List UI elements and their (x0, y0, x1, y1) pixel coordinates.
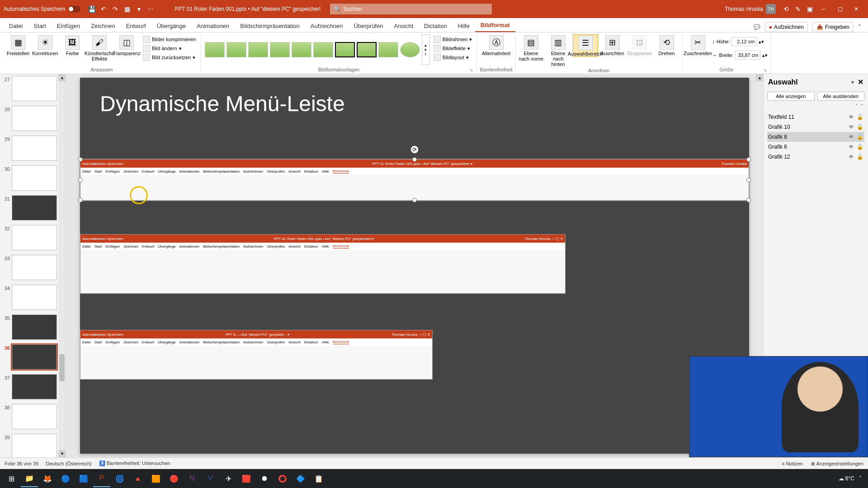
slide-thumb-31[interactable] (12, 195, 57, 221)
user-account[interactable]: Thomas Hruska TH (725, 4, 776, 14)
slide-thumb-33[interactable] (12, 255, 57, 280)
edge-icon[interactable]: 🟦 (75, 470, 92, 487)
drehen-button[interactable]: ⟲Drehen (654, 34, 679, 56)
picture-styles-gallery[interactable]: ▴▾▿ (204, 34, 430, 65)
lock-icon[interactable]: 🔓 (857, 114, 863, 120)
tab-entwurf[interactable]: Entwurf (121, 20, 151, 32)
bildeffekte-button[interactable]: Bildeffekte ▾ (432, 44, 474, 52)
selection-item[interactable]: Grafik 8👁🔓 (767, 132, 864, 142)
close-button[interactable]: ✕ (848, 2, 864, 16)
search-box[interactable]: 🔍 (330, 3, 492, 15)
tab-bildformat[interactable]: Bildformat (475, 19, 515, 32)
sync-icon[interactable]: ⟲ (782, 5, 791, 14)
start-button[interactable]: ⊞ (3, 470, 20, 487)
obs-icon[interactable]: ⏺ (256, 470, 273, 487)
powerpoint-icon[interactable]: P (93, 470, 110, 487)
app-icon[interactable]: ⭕ (274, 470, 291, 487)
inserted-image-large[interactable]: Automatisches SpeichernPPT 01 Roter Fade… (80, 159, 749, 201)
rotate-handle-icon[interactable]: ⟳ (410, 145, 419, 154)
slide-title[interactable]: Dynamische Menü-Leiste (100, 91, 345, 116)
explorer-icon[interactable]: 📁 (21, 470, 38, 487)
save-icon[interactable]: 💾 (87, 5, 96, 14)
maximize-button[interactable]: ▢ (832, 2, 848, 16)
tab-uebergaenge[interactable]: Übergänge (151, 20, 191, 32)
hide-all-button[interactable]: Alle ausblenden (817, 92, 865, 101)
tab-datei[interactable]: Datei (4, 20, 28, 32)
slide-thumb-36[interactable] (12, 344, 57, 370)
lock-icon[interactable]: 🔓 (857, 134, 863, 140)
slide-thumb-39[interactable] (12, 434, 57, 457)
tray-chevron-icon[interactable]: ˄ (859, 475, 862, 482)
tab-aufzeichnen[interactable]: Aufzeichnen (305, 20, 349, 32)
display-settings-button[interactable]: 🖥 Anzeigeeinstellungen (810, 461, 863, 466)
document-title[interactable]: PPT 01 Roter Faden 001.pptx • Auf "diese… (175, 6, 321, 12)
language-status[interactable]: Deutsch (Österreich) (46, 461, 91, 466)
pane-close-icon[interactable]: ✕ (858, 78, 863, 86)
selection-item[interactable]: Grafik 6👁🔓 (767, 142, 864, 152)
app-icon[interactable]: 🟧 (147, 470, 165, 487)
search-input[interactable] (343, 6, 488, 12)
show-all-button[interactable]: Alle anzeigen (767, 92, 815, 101)
tab-ansicht[interactable]: Ansicht (388, 20, 419, 32)
alternativtext-button[interactable]: ⒶAlternativtext (484, 34, 509, 56)
chrome-icon[interactable]: 🔵 (57, 470, 74, 487)
slide-thumb-35[interactable] (12, 314, 57, 340)
app-icon[interactable]: 🟥 (238, 470, 255, 487)
toggle-switch[interactable] (68, 6, 80, 12)
slide-thumb-29[interactable] (12, 136, 57, 161)
groesse-launcher[interactable]: ↘ (763, 67, 767, 72)
window-icon[interactable]: ▣ (805, 5, 814, 14)
move-down-icon[interactable]: ˅ (861, 103, 863, 109)
tab-ueberpruefen[interactable]: Überprüfen (348, 20, 388, 32)
minimize-button[interactable]: ─ (816, 2, 832, 16)
zuschneiden-button[interactable]: ✂Zuschneiden (685, 34, 711, 56)
slide-thumb-28[interactable] (12, 106, 57, 131)
kuenstlerische-button[interactable]: 🖌Künstlerische Effekte (87, 34, 112, 61)
share-button[interactable]: 📤Freigeben (812, 22, 854, 32)
tab-hilfe[interactable]: Hilfe (453, 20, 475, 32)
redo-icon[interactable]: ↷ (111, 5, 120, 14)
qat-overflow-icon[interactable]: ⋯ (146, 5, 155, 14)
komprimieren-button[interactable]: Bilder komprimieren (141, 35, 198, 43)
thumbs-scrollbar[interactable]: ▴▾ (58, 74, 66, 457)
eye-icon[interactable]: 👁 (849, 144, 854, 150)
autosave-toggle[interactable]: Automatisches Speichern (4, 6, 80, 12)
slide-thumb-34[interactable] (12, 285, 57, 310)
eye-icon[interactable]: 👁 (849, 154, 854, 160)
tab-start[interactable]: Start (28, 20, 51, 32)
collapse-ribbon-icon[interactable]: ˅ (858, 24, 861, 30)
auswahlbereich-button[interactable]: ☰Auswahlbereich (573, 34, 598, 57)
lock-icon[interactable]: 🔓 (857, 154, 863, 160)
slide-editor[interactable]: Dynamische Menü-Leiste ⟳ Automatisches S… (66, 74, 763, 457)
slide-thumbnails[interactable]: 27 28 29 30 31 32 33 34 35 36 37 38 39 ▴… (0, 74, 66, 457)
freistellen-button[interactable]: ▦Freistellen (5, 34, 31, 56)
visio-icon[interactable]: V (202, 470, 219, 487)
lock-icon[interactable]: 🔓 (857, 144, 863, 150)
bildrahmen-button[interactable]: Bildrahmen ▾ (432, 35, 474, 43)
slide-canvas[interactable]: Dynamische Menü-Leiste ⟳ Automatisches S… (80, 78, 749, 454)
inserted-image-medium[interactable]: Automatisches SpeichernPPT 01 Roter Fade… (80, 234, 566, 294)
ebene-vorne-button[interactable]: ▤Ebene nach vorne (519, 34, 544, 61)
vorlagen-launcher[interactable]: ↘ (469, 67, 473, 72)
tab-bildschirm[interactable]: Bildschirmpräsentation (235, 20, 305, 32)
tab-zeichnen[interactable]: Zeichnen (85, 20, 120, 32)
height-input[interactable]: ↕ Höhe:▴▾ (712, 37, 768, 46)
selection-item[interactable]: Grafik 10👁🔓 (767, 122, 864, 132)
slide-counter[interactable]: Folie 36 von 39 (5, 461, 38, 466)
bild-aendern-button[interactable]: Bild ändern ▾ (141, 44, 198, 52)
firefox-icon[interactable]: 🦊 (39, 470, 56, 487)
comments-icon[interactable]: 💬 (754, 24, 760, 30)
slide-thumb-37[interactable] (12, 374, 57, 399)
app-icon[interactable]: 🌀 (111, 470, 128, 487)
app-icon[interactable]: 🔷 (292, 470, 309, 487)
korrekturen-button[interactable]: ☀Korrekturen (33, 34, 58, 56)
record-button[interactable]: ●Aufzeichnen (765, 22, 808, 32)
inserted-image-small[interactable]: Automatisches SpeichernPPT 0... • Auf "d… (80, 330, 433, 380)
draw-icon[interactable]: ✎ (793, 5, 802, 14)
slide-thumb-30[interactable] (12, 165, 57, 191)
app-icon[interactable]: 🔴 (165, 470, 183, 487)
tab-animationen[interactable]: Animationen (191, 20, 235, 32)
width-input[interactable]: ↔ Breite:▴▾ (712, 51, 768, 60)
eye-icon[interactable]: 👁 (849, 124, 854, 130)
accessibility-status[interactable]: ♿ Barrierefreiheit: Untersuchen (99, 460, 170, 466)
